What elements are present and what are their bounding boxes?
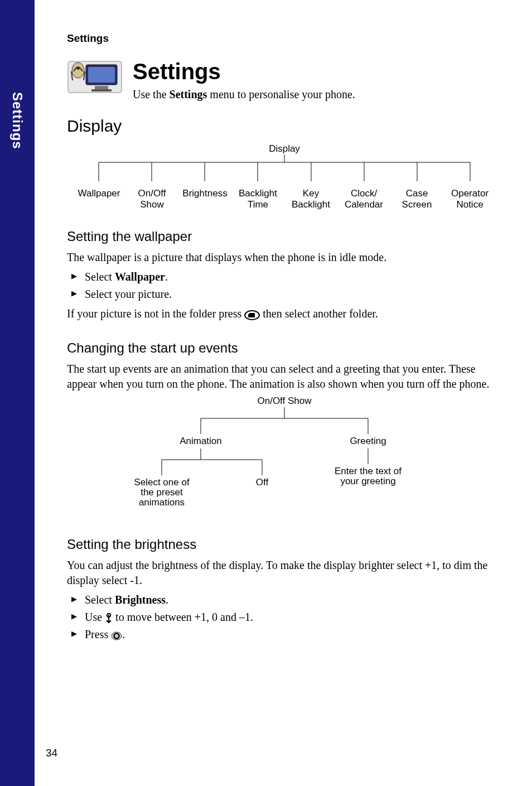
wallpaper-step1-suffix: . bbox=[165, 271, 168, 283]
settings-icon bbox=[67, 60, 123, 94]
brightness-step1-suffix: . bbox=[166, 594, 168, 606]
svg-rect-19 bbox=[248, 314, 250, 317]
display-tree-lines bbox=[72, 155, 496, 188]
startup-intro: The start up events are an animation tha… bbox=[67, 361, 502, 392]
updown-key-icon bbox=[105, 613, 113, 624]
side-tab-label: Settings bbox=[9, 92, 25, 150]
svg-rect-4 bbox=[91, 89, 112, 91]
svg-point-6 bbox=[76, 66, 80, 70]
folder-key-icon bbox=[244, 310, 260, 320]
brightness-step1-bold: Brightness bbox=[115, 594, 166, 606]
svg-text:Greeting: Greeting bbox=[350, 436, 386, 446]
brightness-step-3: Press . bbox=[67, 626, 502, 643]
display-tree-child: On/OffShow bbox=[125, 188, 178, 210]
intro-bold: Settings bbox=[170, 88, 207, 100]
startup-heading: Changing the start up events bbox=[67, 340, 502, 356]
page-number: 34 bbox=[46, 747, 57, 759]
startup-root: On/Off Show bbox=[257, 396, 312, 406]
wallpaper-step-1: Select Wallpaper. bbox=[67, 268, 502, 286]
display-tree-child: Brightness bbox=[178, 188, 231, 210]
page-title: Settings bbox=[133, 60, 502, 83]
brightness-step-2: Use to move between +1, 0 and –1. bbox=[67, 609, 502, 626]
wallpaper-step1-bold: Wallpaper bbox=[115, 271, 165, 283]
wallpaper-heading: Setting the wallpaper bbox=[67, 229, 502, 244]
display-tree: Display WallpaperOn/OffShowBrightnessBac… bbox=[67, 143, 502, 210]
brightness-step1-prefix: Select bbox=[85, 594, 115, 606]
svg-rect-2 bbox=[88, 67, 115, 83]
svg-text:Off: Off bbox=[256, 477, 269, 488]
title-row: Settings Use the Settings menu to person… bbox=[67, 60, 502, 101]
page-content: Settings Settings Use the Settings menu … bbox=[67, 32, 502, 647]
display-tree-root: Display bbox=[67, 143, 502, 155]
display-tree-child: CaseScreen bbox=[390, 188, 443, 210]
svg-text:Enter the text of: Enter the text of bbox=[335, 466, 402, 476]
display-tree-child: OperatorNotice bbox=[443, 188, 496, 210]
display-tree-child: Clock/Calendar bbox=[337, 188, 390, 210]
brightness-step-1: Select Brightness. bbox=[67, 591, 502, 609]
brightness-step2-suffix: to move between +1, 0 and –1. bbox=[113, 611, 253, 623]
svg-text:the preset: the preset bbox=[141, 487, 183, 498]
display-heading: Display bbox=[67, 117, 502, 136]
intro-text: Use the Settings menu to personalise you… bbox=[133, 88, 502, 101]
wallpaper-after-prefix: If your picture is not in the folder pre… bbox=[67, 307, 244, 320]
intro-suffix: menu to personalise your phone. bbox=[207, 88, 355, 100]
brightness-steps: Select Brightness. Use to move between +… bbox=[67, 591, 502, 643]
brightness-step3-prefix: Press bbox=[85, 628, 111, 640]
brightness-intro: You can adjust the brightness of the dis… bbox=[67, 558, 502, 588]
svg-text:animations: animations bbox=[139, 497, 185, 508]
svg-rect-3 bbox=[95, 86, 108, 89]
center-key-icon bbox=[111, 631, 122, 640]
side-tab: Settings bbox=[0, 0, 35, 786]
display-tree-child: KeyBacklight bbox=[284, 188, 337, 210]
wallpaper-step1-prefix: Select bbox=[85, 271, 115, 283]
svg-rect-18 bbox=[249, 313, 255, 317]
brightness-heading: Setting the brightness bbox=[67, 537, 502, 552]
wallpaper-steps: Select Wallpaper. Select your picture. bbox=[67, 268, 502, 303]
brightness-step2-prefix: Use bbox=[85, 611, 105, 623]
svg-text:Select one of: Select one of bbox=[134, 477, 190, 488]
display-tree-child: Wallpaper bbox=[72, 188, 125, 210]
svg-text:your greeting: your greeting bbox=[340, 476, 395, 486]
wallpaper-step-2: Select your picture. bbox=[67, 286, 502, 303]
intro-prefix: Use the bbox=[133, 88, 170, 100]
wallpaper-after-suffix: then select another folder. bbox=[260, 307, 378, 320]
wallpaper-after: If your picture is not in the folder pre… bbox=[67, 306, 502, 321]
startup-tree: On/Off Show Animation Greeting Select on… bbox=[67, 395, 502, 518]
svg-text:Animation: Animation bbox=[180, 436, 222, 446]
running-header: Settings bbox=[67, 32, 502, 45]
startup-tree-svg: On/Off Show Animation Greeting Select on… bbox=[117, 395, 452, 518]
wallpaper-intro: The wallpaper is a picture that displays… bbox=[67, 250, 502, 265]
brightness-step3-suffix: . bbox=[122, 628, 125, 640]
display-tree-child: BacklightTime bbox=[231, 188, 284, 210]
